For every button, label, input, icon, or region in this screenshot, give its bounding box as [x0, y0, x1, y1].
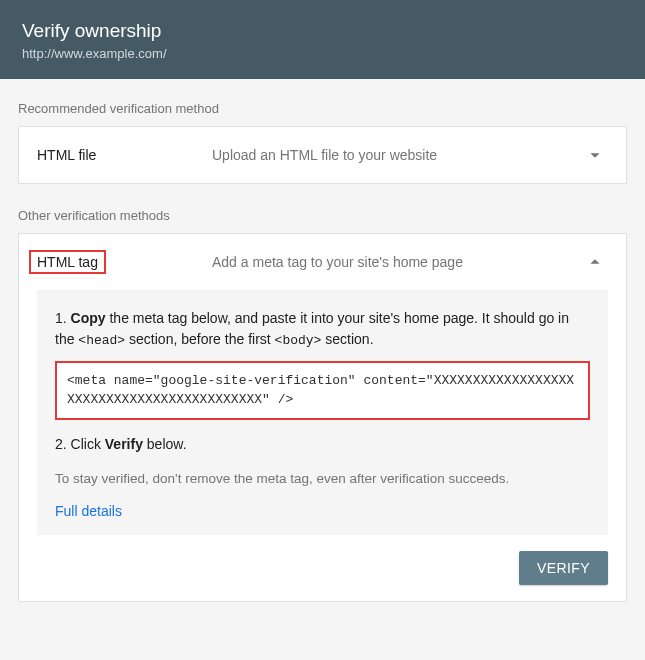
html-tag-method-body: 1. Copy the meta tag below, and paste it…	[37, 290, 608, 535]
step-1-text: 1. Copy the meta tag below, and paste it…	[55, 308, 590, 351]
card-footer: VERIFY	[19, 551, 626, 601]
other-section-label: Other verification methods	[18, 208, 627, 223]
site-url: http://www.example.com/	[22, 46, 623, 61]
page-header: Verify ownership http://www.example.com/	[0, 0, 645, 79]
method-title: HTML file	[37, 147, 212, 163]
other-methods-card: HTML tag Add a meta tag to your site's h…	[18, 233, 627, 602]
chevron-down-icon	[584, 144, 606, 166]
recommended-section-label: Recommended verification method	[18, 101, 627, 116]
meta-tag-code[interactable]: <meta name="google-site-verification" co…	[55, 361, 590, 420]
method-title: HTML tag	[37, 254, 212, 270]
html-file-method-row[interactable]: HTML file Upload an HTML file to your we…	[19, 127, 626, 183]
html-tag-method-row[interactable]: HTML tag Add a meta tag to your site's h…	[19, 234, 626, 290]
caveat-text: To stay verified, don't remove the meta …	[55, 469, 590, 489]
highlight-box: HTML tag	[29, 250, 106, 274]
recommended-card: HTML file Upload an HTML file to your we…	[18, 126, 627, 184]
full-details-link[interactable]: Full details	[55, 503, 590, 519]
method-desc: Upload an HTML file to your website	[212, 147, 584, 163]
step-2-text: 2. Click Verify below.	[55, 434, 590, 455]
verify-button[interactable]: VERIFY	[519, 551, 608, 585]
method-desc: Add a meta tag to your site's home page	[212, 254, 584, 270]
page-title: Verify ownership	[22, 20, 623, 42]
chevron-up-icon	[584, 251, 606, 273]
page-content: Recommended verification method HTML fil…	[0, 79, 645, 602]
